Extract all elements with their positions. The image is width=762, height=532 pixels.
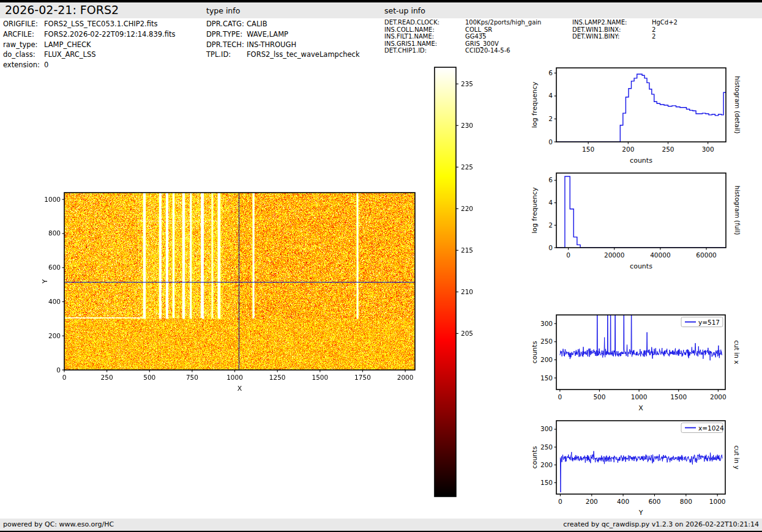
kv-row: INS.LAMP2.NAME:HgCd+2: [572, 19, 678, 26]
x-tick-label: 600: [648, 498, 660, 505]
kv-value: 0: [44, 60, 48, 70]
kv-row: extension:0: [3, 60, 175, 70]
legend-label: x=1024: [698, 424, 724, 432]
y-tick-label: 0: [56, 366, 61, 374]
x-tick-label: 1000: [709, 498, 726, 505]
y-axis-label: counts: [531, 341, 539, 363]
kv-label: INS.FILT1.NAME:: [384, 33, 465, 40]
colorbar-tick-label: 225: [461, 163, 473, 171]
kv-value: FLUX_ARC_LSS: [44, 50, 96, 60]
y-tick-label: 0: [548, 138, 553, 146]
qc-report-page: 2026-02-21: FORS2 type info set-up info …: [0, 0, 762, 532]
y-tick-label: 150: [540, 479, 553, 486]
y-tick-label: 250: [540, 338, 553, 345]
x-tick-label: 400: [617, 498, 629, 505]
axes-frame: [556, 68, 726, 142]
kv-label: DET.READ.CLOCK:: [384, 19, 465, 26]
x-tick-label: 500: [143, 374, 155, 381]
x-axis-label: Y: [638, 509, 643, 517]
y-tick-label: 200: [48, 332, 61, 339]
y-tick-label: 4: [548, 92, 553, 99]
y-tick-label: 800: [48, 229, 61, 237]
series-line: [560, 451, 723, 492]
colorbar-tick-label: 210: [461, 288, 473, 295]
x-tick-label: 0: [566, 251, 570, 259]
x-tick-label: 1500: [312, 374, 328, 381]
footer-credit-left: powered by QC: www.eso.org/HC: [3, 520, 114, 528]
x-tick-label: 40000: [650, 251, 670, 259]
kv-label: INS.LAMP2.NAME:: [572, 19, 652, 26]
kv-row: DET.WIN1.BINX:2: [572, 26, 678, 34]
header-band: 2026-02-21: FORS2 type info set-up info: [0, 2, 762, 18]
colorbar-frame: [435, 67, 456, 497]
y-axis-label: log frequency: [531, 81, 539, 128]
series-line: [556, 177, 726, 248]
x-tick-label: 250: [101, 374, 113, 381]
x-tick-label: 800: [680, 498, 692, 505]
kv-label: DET.WIN1.BINY:: [572, 33, 652, 40]
x-axis-label: counts: [630, 157, 652, 164]
kv-value: LAMP_CHECK: [44, 40, 91, 50]
x-tick-label: 1000: [631, 393, 648, 401]
type-info-list: DPR.CATG:CALIBDPR.TYPE:WAVE,LAMPDPR.TECH…: [206, 19, 360, 60]
legend: y=517: [681, 317, 723, 327]
kv-value: WAVE,LAMP: [247, 29, 288, 40]
y-tick-label: 4: [548, 199, 553, 206]
kv-label: DPR.TYPE:: [206, 29, 247, 40]
kv-label: extension:: [3, 60, 44, 70]
y-tick-label: 2: [548, 115, 553, 122]
x-tick-label: 1000: [226, 374, 243, 381]
x-tick-label: 300: [702, 146, 714, 153]
page-title: 2026-02-21: FORS2: [5, 3, 119, 17]
legend-label: y=517: [698, 319, 720, 326]
x-axis-label: X: [638, 404, 643, 412]
kv-row: DPR.TYPE:WAVE,LAMP: [206, 29, 360, 40]
cut-in-x-plot: 0500100015002000150200250300Xcountscut i…: [522, 308, 753, 419]
kv-label: raw_type:: [3, 40, 44, 50]
kv-value: INS-THROUGH: [247, 40, 296, 50]
kv-row: DPR.CATG:CALIB: [206, 19, 360, 29]
kv-row: INS.GRIS1.NAME:GRIS_300V: [384, 40, 541, 48]
kv-label: INS.GRIS1.NAME:: [384, 40, 465, 48]
kv-label: ARCFILE:: [3, 29, 44, 40]
setup-info-list-2: INS.LAMP2.NAME:HgCd+2DET.WIN1.BINX:2DET.…: [572, 19, 678, 40]
series-line: [556, 74, 726, 142]
kv-value: HgCd+2: [652, 19, 678, 26]
kv-value: COLL_SR: [465, 26, 492, 34]
x-tick-label: 250: [662, 146, 674, 153]
x-tick-label: 2000: [397, 374, 414, 381]
cut-in-y-plot: 02004006008001000150200250300Ycountscut …: [522, 413, 753, 523]
x-axis-label: X: [237, 385, 242, 393]
colorbar-tick-label: 205: [461, 330, 473, 337]
right-axis-label: histogram (detail): [734, 76, 741, 133]
x-tick-label: 1500: [670, 393, 687, 401]
kv-label: DPR.CATG:: [206, 19, 247, 29]
histogram-detail-plot: 1502002503000246countslog frequencyhisto…: [522, 61, 754, 171]
x-tick-label: 200: [622, 146, 634, 153]
y-tick-label: 250: [540, 443, 553, 451]
setup-info-list-1: DET.READ.CLOCK:100Kps/2ports/high_gainIN…: [384, 19, 541, 54]
x-tick-label: 1250: [269, 374, 286, 381]
kv-row: do_class:FLUX_ARC_LSS: [3, 50, 175, 60]
y-axis-label: counts: [531, 446, 539, 468]
y-tick-label: 600: [48, 264, 61, 271]
x-tick-label: 0: [558, 393, 562, 401]
kv-value: GG435: [465, 33, 487, 40]
kv-row: ORIGFILE:FORS2_LSS_TEC053.1.CHIP2.fits: [3, 19, 175, 29]
y-axis-label: Y: [41, 279, 49, 284]
kv-label: INS.COLL.NAME:: [384, 26, 465, 34]
kv-value: FORS2_lss_tec_waveLampcheck: [247, 50, 360, 60]
histogram-full-plot: 02000040000600000246countslog frequencyh…: [522, 166, 754, 277]
x-axis-label: counts: [630, 262, 652, 270]
kv-value: GRIS_300V: [465, 40, 499, 48]
y-tick-label: 300: [540, 320, 553, 327]
kv-row: TPL.ID:FORS2_lss_tec_waveLampcheck: [206, 50, 360, 60]
axes-frame: [556, 173, 726, 248]
x-tick-label: 0: [62, 374, 67, 381]
colorbar-tick-label: 235: [461, 80, 473, 87]
kv-row: INS.FILT1.NAME:GG435: [384, 33, 541, 40]
x-tick-label: 200: [586, 498, 598, 505]
right-axis-label: cut in y: [733, 445, 741, 469]
kv-value: 2: [652, 26, 656, 34]
kv-row: INS.COLL.NAME:COLL_SR: [384, 26, 541, 34]
